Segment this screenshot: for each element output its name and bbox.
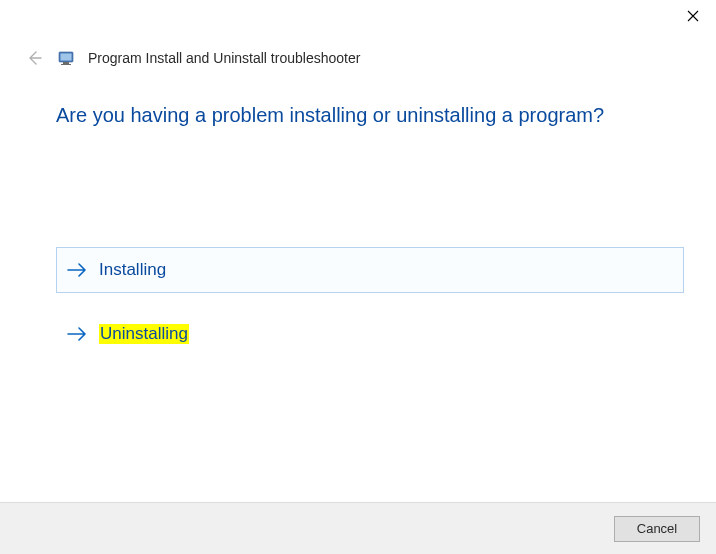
footer: Cancel: [0, 502, 716, 554]
page-heading: Are you having a problem installing or u…: [56, 104, 684, 127]
back-button[interactable]: [24, 48, 44, 68]
svg-rect-2: [63, 62, 69, 64]
option-label: Installing: [99, 260, 166, 280]
back-arrow-icon: [26, 50, 42, 66]
svg-rect-3: [61, 64, 71, 65]
option-uninstalling[interactable]: Uninstalling: [56, 311, 684, 357]
cancel-button[interactable]: Cancel: [614, 516, 700, 542]
main-content: Are you having a problem installing or u…: [56, 104, 684, 357]
options-list: Installing Uninstalling: [56, 247, 684, 357]
option-installing[interactable]: Installing: [56, 247, 684, 293]
svg-rect-1: [61, 54, 72, 61]
arrow-right-icon: [67, 263, 87, 277]
option-label: Uninstalling: [99, 324, 189, 344]
header: Program Install and Uninstall troublesho…: [24, 48, 360, 68]
arrow-right-icon: [67, 327, 87, 341]
titlebar: [670, 0, 716, 32]
close-button[interactable]: [670, 1, 716, 31]
close-icon: [687, 10, 699, 22]
window-title: Program Install and Uninstall troublesho…: [88, 50, 360, 66]
troubleshooter-icon: [58, 50, 74, 66]
